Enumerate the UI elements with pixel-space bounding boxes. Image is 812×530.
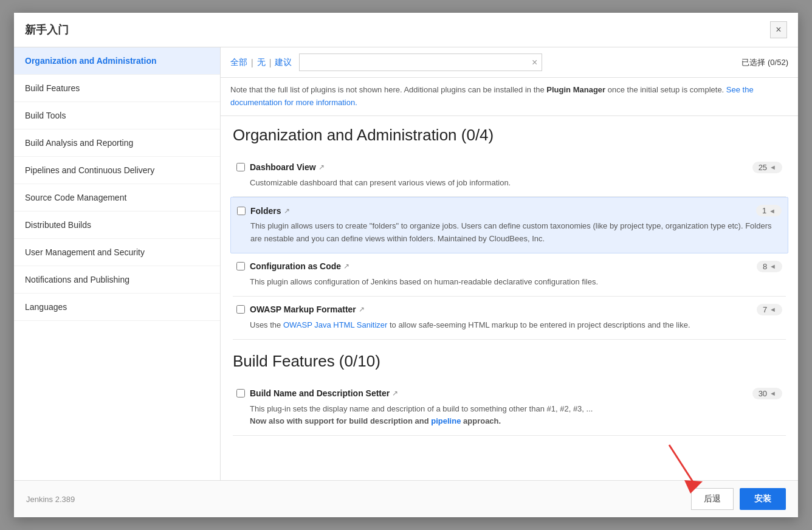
sidebar-item-build-tools[interactable]: Build Tools [14,102,220,129]
toolbar-tabs: 全部 | 无 | 建议 [230,57,292,68]
sidebar-item-org[interactable]: Organization and Administration [14,47,220,75]
plugin-item-casc: Configuration as Code ↗ 8 ◄ This plugin … [233,253,786,297]
plugin-checkbox-casc[interactable] [236,262,245,270]
sidebar-item-build-analysis[interactable]: Build Analysis and Reporting [14,129,220,157]
sidebar-item-distributed[interactable]: Distributed Builds [14,212,220,239]
section-title-org: Organization and Administration (0/4) [233,126,786,145]
plugin-name-casc: Configuration as Code [250,261,341,271]
tab-all[interactable]: 全部 [230,57,247,68]
tab-sep2: | [269,58,272,67]
search-wrapper: × [299,53,542,71]
notice-bar: Note that the full list of plugins is no… [221,78,798,116]
owasp-link[interactable]: OWASP Java HTML Sanitizer [283,320,387,329]
modal: 新手入门 × Organization and Administration B… [14,13,798,517]
tab-none[interactable]: 无 [257,57,266,68]
plugin-name-owasp: OWASP Markup Formatter [250,305,356,314]
main-content: 全部 | 无 | 建议 × 已选择 (0/52) Note that the f… [221,47,798,480]
plugin-count-casc: 8 ◄ [757,261,782,272]
section-title-build-features: Build Features (0/10) [233,352,786,371]
toolbar: 全部 | 无 | 建议 × 已选择 (0/52) [221,47,798,78]
count-arrow-build-name: ◄ [769,390,776,397]
plugin-count-dashboard: 25 ◄ [752,162,782,173]
plugin-desc-casc: This plugin allows configuration of Jenk… [236,276,782,289]
plugin-desc-dashboard: Customizable dashboard that can present … [236,177,782,190]
tab-sep1: | [251,58,253,67]
plugin-link-icon-casc[interactable]: ↗ [343,262,349,270]
plugin-header-build-name: Build Name and Description Setter ↗ 30 ◄ [236,388,782,399]
modal-header: 新手入门 × [14,13,798,47]
notice-plugin-manager: Plugin Manager [546,85,605,94]
sidebar-item-pipelines[interactable]: Pipelines and Continuous Delivery [14,157,220,184]
content-scroll[interactable]: Organization and Administration (0/4) Da… [221,116,798,480]
plugin-link-icon-owasp[interactable]: ↗ [359,305,365,314]
plugin-link-icon-build-name[interactable]: ↗ [392,389,398,398]
plugin-name-build-name: Build Name and Description Setter [250,388,390,398]
footer-version: Jenkins 2.389 [26,495,75,504]
plugin-link-icon-dashboard[interactable]: ↗ [318,163,325,171]
plugin-header-owasp: OWASP Markup Formatter ↗ 7 ◄ [236,304,782,315]
plugin-count-owasp: 7 ◄ [757,304,782,315]
svg-line-0 [669,445,697,480]
plugin-desc-build-name: This plug-in sets the display name and d… [236,403,782,428]
footer-buttons: 后退 安装 [691,488,786,510]
plugin-desc-owasp: Uses the OWASP Java HTML Sanitizer to al… [236,319,782,332]
sidebar: Organization and Administration Build Fe… [14,47,221,480]
plugin-checkbox-build-name[interactable] [236,389,245,398]
install-button[interactable]: 安装 [740,488,786,510]
back-button[interactable]: 后退 [691,488,734,510]
plugin-checkbox-dashboard[interactable] [236,163,245,171]
plugin-checkbox-folders[interactable] [237,207,246,215]
plugin-item-owasp: OWASP Markup Formatter ↗ 7 ◄ Uses the OW… [233,297,786,340]
sidebar-item-languages[interactable]: Languages [14,294,220,321]
plugin-name-folders: Folders [250,206,281,216]
plugin-item-dashboard: Dashboard View ↗ 25 ◄ Customizable dashb… [233,154,786,198]
plugin-header-dashboard: Dashboard View ↗ 25 ◄ [236,162,782,173]
count-arrow-casc: ◄ [769,263,776,270]
plugin-checkbox-owasp[interactable] [236,305,245,314]
modal-footer: Jenkins 2.389 后退 安装 [14,480,798,517]
count-arrow-folders: ◄ [769,207,776,215]
search-input[interactable] [299,53,542,71]
red-arrow-indicator [657,439,706,480]
plugin-desc-folders: This plugin allows users to create "fold… [237,220,782,246]
plugin-name-dashboard: Dashboard View [250,162,316,172]
plugin-header-folders: Folders ↗ 1 ◄ [237,205,782,216]
sidebar-item-user-mgmt[interactable]: User Management and Security [14,239,220,266]
close-button[interactable]: × [770,21,787,38]
tab-suggest[interactable]: 建议 [275,57,292,68]
pipeline-link[interactable]: pipeline [431,416,461,425]
sidebar-item-build-features[interactable]: Build Features [14,75,220,102]
plugin-item-build-name: Build Name and Description Setter ↗ 30 ◄… [233,380,786,436]
sidebar-item-notifications[interactable]: Notifications and Publishing [14,266,220,294]
notice-text1: Note that the full list of plugins is no… [230,85,546,94]
plugin-link-icon-folders[interactable]: ↗ [284,207,290,215]
modal-title: 新手入门 [25,22,69,37]
count-arrow-dashboard: ◄ [769,163,776,171]
search-clear-icon[interactable]: × [532,57,537,68]
plugin-count-folders: 1 ◄ [756,205,782,216]
modal-body: Organization and Administration Build Fe… [14,47,798,480]
selected-count: 已选择 (0/52) [741,57,788,68]
plugin-item-folders: Folders ↗ 1 ◄ This plugin allows users t… [230,197,788,253]
plugin-count-build-name: 30 ◄ [752,388,782,399]
sidebar-item-scm[interactable]: Source Code Management [14,184,220,212]
notice-text2: once the initial setup is complete. [605,85,726,94]
plugin-header-casc: Configuration as Code ↗ 8 ◄ [236,261,782,272]
modal-overlay: 新手入门 × Organization and Administration B… [0,0,812,530]
count-arrow-owasp: ◄ [769,306,776,313]
